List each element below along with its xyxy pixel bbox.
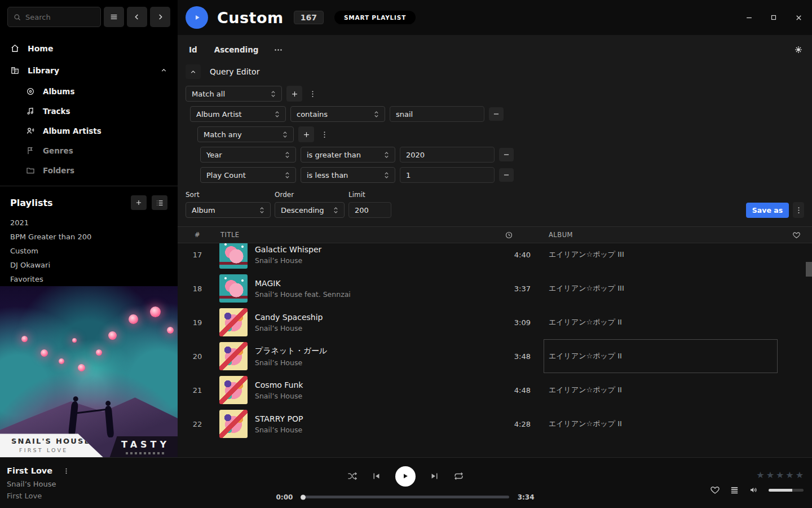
queue-button[interactable] bbox=[730, 485, 739, 495]
volume-button[interactable] bbox=[749, 485, 759, 495]
close-icon bbox=[795, 14, 803, 22]
play-icon bbox=[192, 13, 201, 22]
now-playing-menu-button[interactable] bbox=[60, 467, 72, 476]
create-playlist-button[interactable] bbox=[131, 195, 147, 210]
minus-icon bbox=[502, 171, 510, 179]
track-album-focused-cell[interactable]: エイリアン☆ポップ II bbox=[532, 339, 780, 373]
track-row[interactable]: 21 Cosmo Funk Snail’s House 4:48 エイリアン☆ポ… bbox=[178, 373, 812, 407]
remove-rule-button[interactable] bbox=[499, 168, 514, 182]
track-artist: Snail’s House feat. Sennzai bbox=[255, 290, 482, 299]
now-playing-album-art[interactable]: SNAIL'S HOUSE FIRST LOVE TASTY bbox=[0, 286, 178, 457]
sidebar-item-tracks[interactable]: Tracks bbox=[0, 101, 178, 121]
now-playing-artist[interactable]: Snail’s House bbox=[7, 480, 273, 488]
play-pause-button[interactable] bbox=[395, 466, 416, 487]
sidebar-toolbar bbox=[0, 0, 178, 33]
rule-operator-select[interactable]: is greater than bbox=[301, 147, 395, 163]
search-input[interactable] bbox=[25, 13, 87, 21]
root-group-menu-button[interactable] bbox=[307, 86, 318, 102]
lantern-decoration bbox=[108, 331, 117, 340]
rating-star[interactable]: ★ bbox=[756, 471, 764, 480]
add-rule-button[interactable] bbox=[286, 86, 302, 102]
sub-group-menu-button[interactable] bbox=[319, 126, 330, 142]
now-playing-album[interactable]: First Love bbox=[7, 492, 273, 500]
window-maximize-button[interactable] bbox=[766, 10, 782, 25]
rule-value-input[interactable] bbox=[400, 147, 495, 163]
more-options-button[interactable] bbox=[273, 45, 283, 55]
order-select[interactable]: Descending bbox=[275, 202, 345, 218]
sidebar-menu-button[interactable] bbox=[104, 7, 124, 27]
window-close-button[interactable] bbox=[791, 10, 806, 25]
next-track-button[interactable] bbox=[430, 471, 439, 481]
previous-track-button[interactable] bbox=[372, 471, 381, 481]
sidebar-item-genres[interactable]: Genres bbox=[0, 141, 178, 160]
rating-star[interactable]: ★ bbox=[796, 471, 804, 480]
shuffle-button[interactable] bbox=[347, 471, 358, 481]
sidebar-item-label: Home bbox=[28, 44, 53, 53]
window-controls bbox=[741, 10, 812, 25]
group-match-select[interactable]: Match any bbox=[197, 126, 294, 142]
favorite-button[interactable] bbox=[710, 485, 720, 495]
chevron-up-icon[interactable] bbox=[160, 67, 167, 74]
playlist-item[interactable]: Custom bbox=[0, 244, 178, 258]
column-header-favorite[interactable] bbox=[780, 231, 812, 239]
query-menu-button[interactable] bbox=[793, 202, 804, 218]
sidebar-item-library[interactable]: Library bbox=[0, 59, 178, 81]
remove-rule-button[interactable] bbox=[489, 107, 504, 121]
column-header-duration[interactable] bbox=[482, 231, 532, 239]
rule-operator-select[interactable]: contains bbox=[290, 106, 385, 122]
sidebar-item-album-artists[interactable]: Album Artists bbox=[0, 121, 178, 141]
play-playlist-button[interactable] bbox=[186, 6, 208, 29]
column-header-title[interactable]: TITLE bbox=[217, 231, 482, 239]
track-row[interactable]: 19 Candy Spaceship Snail’s House 3:09 エイ… bbox=[178, 305, 812, 339]
repeat-button[interactable] bbox=[453, 471, 464, 481]
track-row[interactable]: 20 プラネット・ガール Snail’s House 3:48 エイリアン☆ポッ… bbox=[178, 339, 812, 373]
save-as-button[interactable]: Save as bbox=[746, 203, 789, 218]
nav-back-button[interactable] bbox=[127, 7, 147, 27]
rating-star[interactable]: ★ bbox=[776, 471, 784, 480]
scrollbar-thumb[interactable] bbox=[806, 262, 812, 277]
seek-bar[interactable] bbox=[301, 496, 509, 498]
column-header-index[interactable]: # bbox=[178, 231, 217, 239]
rule-field-select[interactable]: Album Artist bbox=[190, 106, 286, 122]
track-number: 18 bbox=[178, 284, 217, 293]
track-title: プラネット・ガール bbox=[255, 346, 482, 356]
rule-field-select[interactable]: Year bbox=[200, 147, 296, 163]
limit-input[interactable] bbox=[348, 202, 391, 218]
playlist-item[interactable]: DJ Okawari bbox=[0, 258, 178, 272]
rule-field-select[interactable]: Play Count bbox=[200, 167, 296, 183]
window-minimize-button[interactable] bbox=[741, 10, 757, 25]
playlist-item[interactable]: BPM Greater than 200 bbox=[0, 230, 178, 244]
volume-slider[interactable] bbox=[769, 489, 804, 492]
rating-star[interactable]: ★ bbox=[785, 471, 793, 480]
sort-field-button[interactable]: Id bbox=[189, 45, 197, 54]
seek-handle[interactable] bbox=[301, 494, 306, 500]
rule-value-input[interactable] bbox=[400, 167, 495, 183]
page-title: Custom bbox=[217, 9, 284, 27]
rating-star[interactable]: ★ bbox=[766, 471, 774, 480]
track-table: # TITLE ALBUM 17 Galactic Whisper bbox=[178, 226, 812, 457]
search-icon bbox=[13, 13, 21, 21]
manage-playlists-button[interactable] bbox=[152, 195, 167, 210]
rule-operator-select[interactable]: is less than bbox=[301, 167, 395, 183]
track-row[interactable]: 17 Galactic Whisper Snail’s House 4:40 エ… bbox=[178, 243, 812, 271]
root-match-select[interactable]: Match all bbox=[186, 86, 282, 102]
table-settings-button[interactable] bbox=[794, 45, 803, 54]
column-header-album[interactable]: ALBUM bbox=[532, 231, 780, 239]
sort-direction-button[interactable]: Ascending bbox=[214, 45, 259, 54]
rule-value-input[interactable] bbox=[390, 106, 484, 122]
search-box[interactable] bbox=[7, 7, 101, 27]
app-window: Home Library Albums Tracks Al bbox=[0, 0, 812, 508]
sidebar-item-albums[interactable]: Albums bbox=[0, 81, 178, 101]
track-row[interactable]: 22 STARRY POP Snail’s House 4:28 エイリアン☆ポ… bbox=[178, 407, 812, 441]
sidebar-item-folders[interactable]: Folders bbox=[0, 160, 178, 180]
add-rule-button[interactable] bbox=[298, 126, 314, 142]
track-duration: 4:28 bbox=[482, 420, 532, 428]
sort-select[interactable]: Album bbox=[186, 202, 271, 218]
remove-rule-button[interactable] bbox=[499, 148, 514, 161]
track-row[interactable]: 18 MAGIK Snail’s House feat. Sennzai 3:3… bbox=[178, 271, 812, 305]
nav-forward-button[interactable] bbox=[150, 7, 170, 27]
sidebar-item-home[interactable]: Home bbox=[0, 37, 178, 59]
query-editor-collapse-button[interactable] bbox=[186, 64, 201, 79]
playlist-item[interactable]: 2021 bbox=[0, 216, 178, 230]
playlist-item[interactable]: Favorites bbox=[0, 272, 178, 286]
